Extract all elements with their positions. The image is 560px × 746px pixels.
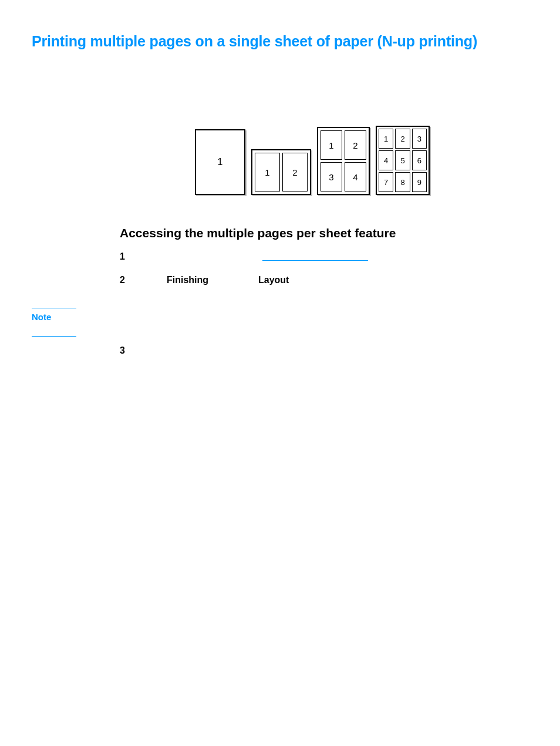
note-label: Note	[32, 308, 76, 325]
nup-illustration: 1 1 2 1 2 3 4 1 2 3 4 5 6 7 8 9	[195, 125, 436, 195]
page-title: Printing multiple pages on a single shee…	[32, 33, 477, 50]
cell: 1	[196, 130, 244, 194]
sheet-2up: 1 2	[251, 149, 311, 195]
sheet-4up: 1 2 3 4	[317, 127, 370, 195]
cell: 1	[321, 130, 342, 160]
cell: 1	[255, 153, 280, 191]
cell: 8	[395, 172, 410, 192]
cell: 3	[412, 129, 427, 149]
step-number-1: 1	[120, 251, 125, 262]
cell: 2	[345, 130, 366, 160]
sheet-1up: 1	[195, 129, 245, 195]
finishing-tab-label: Finishing	[167, 275, 208, 285]
cell: 5	[395, 150, 410, 170]
cell: 3	[321, 162, 342, 191]
cell: 9	[412, 172, 427, 192]
note-rule-bottom	[32, 336, 76, 337]
note-block: Note	[32, 308, 76, 337]
layout-tab-label: Layout	[258, 275, 289, 285]
cell: 4	[345, 162, 366, 191]
cell: 2	[282, 153, 308, 191]
cell: 6	[412, 150, 427, 170]
step-number-2: 2	[120, 275, 125, 285]
section-subheading: Accessing the multiple pages per sheet f…	[120, 226, 396, 240]
sheet-9up: 1 2 3 4 5 6 7 8 9	[376, 126, 430, 195]
link-underline[interactable]	[262, 260, 368, 261]
step-number-3: 3	[120, 345, 125, 356]
cell: 7	[379, 172, 393, 192]
cell: 1	[379, 129, 393, 149]
cell: 4	[379, 150, 393, 170]
cell: 2	[395, 129, 410, 149]
